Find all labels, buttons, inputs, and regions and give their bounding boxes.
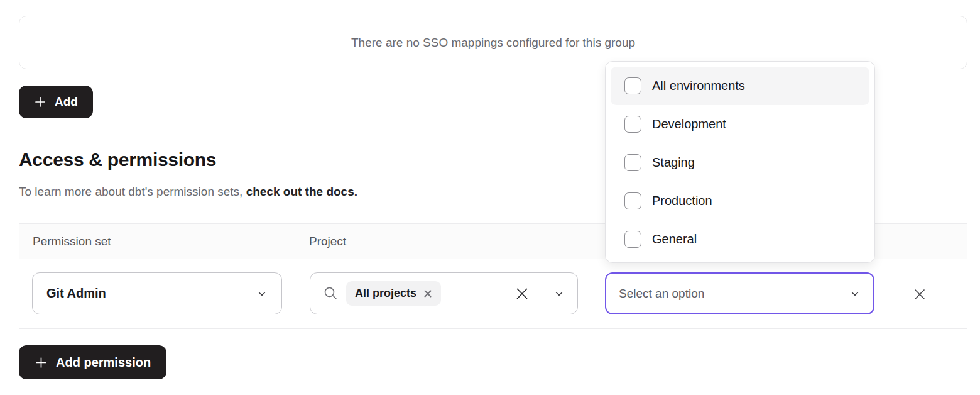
add-permission-button[interactable]: Add permission (19, 345, 166, 379)
permission-set-select[interactable]: Git Admin (32, 272, 282, 314)
permission-set-value: Git Admin (46, 286, 106, 301)
environment-option[interactable]: All environments (611, 67, 869, 105)
environment-option-label: General (652, 232, 697, 247)
group-settings-page: There are no SSO mappings configured for… (0, 0, 980, 395)
environment-option[interactable]: Staging (611, 143, 869, 182)
docs-link[interactable]: check out the docs. (246, 185, 357, 198)
environment-select[interactable]: Select an option (605, 272, 874, 314)
subtitle-text: To learn more about dbt's permission set… (19, 185, 246, 198)
search-icon (323, 286, 339, 301)
chevron-down-icon (849, 288, 861, 299)
add-button-label: Add (55, 95, 78, 109)
chevron-down-icon[interactable] (553, 288, 565, 299)
section-subtitle: To learn more about dbt's permission set… (19, 185, 357, 199)
row-divider (19, 328, 967, 329)
environment-placeholder: Select an option (619, 287, 704, 301)
chevron-down-icon (256, 288, 268, 299)
environment-option-label: Production (652, 194, 712, 208)
environment-option-label: Staging (652, 155, 695, 170)
plus-icon (35, 356, 48, 369)
column-header-permission-set: Permission set (33, 224, 111, 259)
sso-empty-text: There are no SSO mappings configured for… (351, 36, 635, 50)
environment-option[interactable]: General (611, 220, 869, 259)
environment-option-label: Development (652, 117, 726, 131)
checkbox-icon[interactable] (624, 77, 641, 94)
checkbox-icon[interactable] (624, 231, 641, 248)
checkbox-icon[interactable] (624, 154, 641, 171)
remove-permission-row-icon[interactable] (911, 286, 928, 303)
chip-remove-icon[interactable] (423, 289, 432, 298)
plus-icon (34, 96, 46, 108)
page-title: Access & permissions (19, 149, 216, 170)
environment-option-label: All environments (652, 79, 745, 93)
checkbox-icon[interactable] (624, 192, 641, 209)
environment-option[interactable]: Production (611, 182, 869, 220)
environment-option[interactable]: Development (611, 105, 869, 143)
project-multiselect[interactable]: All projects (310, 272, 578, 314)
checkbox-icon[interactable] (624, 116, 641, 133)
project-chip[interactable]: All projects (346, 281, 441, 306)
clear-selection-icon[interactable] (514, 286, 530, 301)
add-sso-mapping-button[interactable]: Add (19, 86, 93, 118)
environment-options-dropdown: All environments Development Staging Pro… (605, 61, 875, 263)
column-header-project: Project (309, 224, 346, 259)
add-permission-label: Add permission (56, 355, 151, 370)
project-chip-label: All projects (355, 287, 416, 300)
